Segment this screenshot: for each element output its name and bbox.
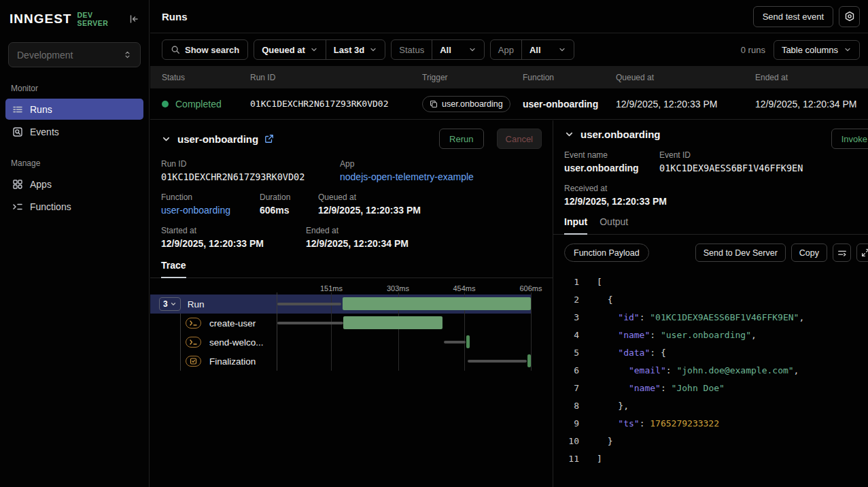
trace-queue-line (444, 341, 466, 343)
code-text: ] (579, 454, 602, 464)
chevron-down-icon (844, 46, 852, 54)
status-filter-label: Status (392, 40, 432, 59)
status-filter-dropdown[interactable]: All (432, 40, 484, 59)
trace-row-labelzone: Finalization (150, 352, 265, 371)
invoke-button[interactable]: Invoke (831, 129, 868, 149)
sidebar-collapse-icon[interactable] (128, 14, 139, 24)
time-range-dropdown[interactable]: Last 3d (326, 40, 385, 59)
sidebar-item-label: Events (30, 127, 59, 137)
trace-row-label: send-welco... (209, 337, 264, 348)
sidebar-item-label: Apps (30, 179, 52, 190)
tab-input[interactable]: Input (564, 216, 587, 235)
span-count-badge[interactable]: 3 (159, 297, 181, 311)
show-search-button[interactable]: Show search (162, 39, 248, 60)
started-at-field: Started at 12/9/2025, 12:20:33 PM (161, 226, 306, 249)
line-number: 3 (553, 312, 579, 322)
status-filter-group: Status All (391, 39, 484, 60)
cancel-button[interactable]: Cancel (497, 129, 542, 149)
topbar-actions: Send test event (753, 6, 860, 27)
sidebar-item-label: Runs (30, 104, 52, 115)
trace-span-bar[interactable] (343, 297, 531, 310)
nav-section-label: Manage (11, 158, 138, 168)
trace-rows: 3Runcreate-usersend-welco...Finalization (150, 295, 553, 371)
column-header-queued-at: Queued at (616, 73, 755, 82)
time-field-dropdown[interactable]: Queued at (254, 40, 326, 59)
tab-output[interactable]: Output (600, 216, 628, 234)
code-line: 4 "name": "user.onboarding", (553, 326, 868, 343)
trace-tabbar: Trace (150, 260, 553, 278)
trace-row-labelzone: send-welco... (150, 333, 265, 352)
sidebar-item-apps[interactable]: Apps (5, 173, 143, 195)
ended-at-field: Ended at 12/9/2025, 12:20:34 PM (306, 226, 409, 249)
sidebar-item-label: Functions (30, 201, 71, 212)
trace-row-create-user[interactable]: create-user (150, 314, 531, 333)
table-columns-dropdown[interactable]: Table columns (774, 40, 860, 60)
sidebar-item-events[interactable]: Events (5, 121, 143, 142)
code-text: }, (579, 401, 629, 411)
trace-span-bar[interactable] (466, 335, 470, 348)
topbar: Runs Send test event (150, 0, 868, 33)
settings-button[interactable] (839, 6, 860, 27)
rerun-button[interactable]: Rerun (439, 129, 483, 149)
send-test-event-button[interactable]: Send test event (753, 6, 833, 27)
trace-row-finalization[interactable]: Finalization (150, 352, 531, 371)
event-details-panel: user.onboarding Invoke Event name user.o… (553, 120, 868, 487)
queued-at-field: Queued at 12/9/2025, 12:20:33 PM (318, 192, 421, 216)
trace-row-send-welco[interactable]: send-welco... (150, 333, 531, 352)
trace-queue-line (277, 303, 341, 305)
app-filter-label: App (491, 40, 521, 59)
runs-count: 0 runs (741, 45, 765, 55)
collapse-run-chevron-icon[interactable] (161, 134, 171, 144)
nav-section-label: Monitor (11, 84, 138, 93)
sidebar-item-runs[interactable]: Runs (5, 99, 143, 120)
copy-button[interactable]: Copy (791, 244, 827, 262)
trace-waterfall: 151ms303ms454ms606ms 3Runcreate-usersend… (150, 284, 553, 371)
code-line: 6 "email": "john.doe@example.com", (553, 361, 868, 379)
tab-trace[interactable]: Trace (161, 260, 186, 278)
trace-row-labelzone: 3Run (150, 295, 265, 314)
trace-row-label: create-user (209, 318, 256, 329)
code-line: 9 "ts": 1765279233322 (553, 414, 868, 432)
external-link-icon[interactable] (264, 134, 274, 144)
sidebar: INNGEST DEV SERVER Development MonitorRu… (0, 0, 150, 487)
code-line: 8 }, (553, 397, 868, 414)
run-fields-row-2: Function user-onboarding Duration 606ms … (150, 192, 553, 216)
column-header-run-id: Run ID (250, 73, 422, 82)
run-id-field: Run ID 01KC1DEXCHR2N617Z93RK0VD02 (161, 159, 340, 182)
event-id-field: Event ID 01KC1DEX9AESS6BF1V46FFK9EN (659, 150, 803, 173)
events-icon (12, 127, 23, 137)
run-details-header: user-onboarding Rerun Cancel (150, 120, 553, 149)
app-link[interactable]: nodejs-open-telemetry-example (340, 171, 474, 182)
line-number: 2 (553, 295, 579, 305)
send-to-dev-server-button[interactable]: Send to Dev Server (695, 244, 786, 262)
trigger-badge[interactable]: user.onboarding (422, 96, 510, 112)
terminal-icon (186, 318, 201, 329)
sidebar-item-functions[interactable]: Functions (5, 196, 143, 217)
trace-row-run[interactable]: 3Run (150, 295, 531, 314)
trace-span-bar[interactable] (343, 316, 442, 329)
terminal-icon (186, 337, 201, 348)
select-chevrons-icon (123, 50, 132, 59)
run-table-row[interactable]: Completed 01KC1DEXCHR2N617Z93RK0VD02 use… (150, 88, 868, 120)
axis-tick-label: 303ms (387, 284, 409, 292)
filter-bar-right: 0 runs Table columns (741, 40, 860, 60)
code-text: "ts": 1765279233322 (579, 418, 719, 429)
environment-select[interactable]: Development (8, 42, 141, 67)
app-field: App nodejs-open-telemetry-example (340, 159, 474, 182)
trace-row-chartzone (265, 333, 531, 352)
trace-span-bar[interactable] (527, 354, 531, 367)
event-details-header: user.onboarding Invoke (553, 120, 868, 140)
event-name-field: Event name user.onboarding (564, 150, 659, 173)
function-link[interactable]: user-onboarding (161, 205, 260, 216)
app-filter-dropdown[interactable]: All (521, 40, 574, 59)
collapse-event-chevron-icon[interactable] (564, 129, 574, 139)
trace-queue-line (277, 322, 343, 324)
payload-toolbar-right: Send to Dev Server Copy (695, 244, 868, 262)
function-payload-button[interactable]: Function Payload (564, 244, 649, 262)
expand-button[interactable] (856, 244, 868, 262)
code-line: 5 "data": { (553, 343, 868, 361)
code-text: } (579, 436, 612, 446)
chevron-down-icon (468, 46, 476, 54)
trace-row-label: Run (188, 299, 205, 309)
word-wrap-button[interactable] (833, 244, 851, 262)
